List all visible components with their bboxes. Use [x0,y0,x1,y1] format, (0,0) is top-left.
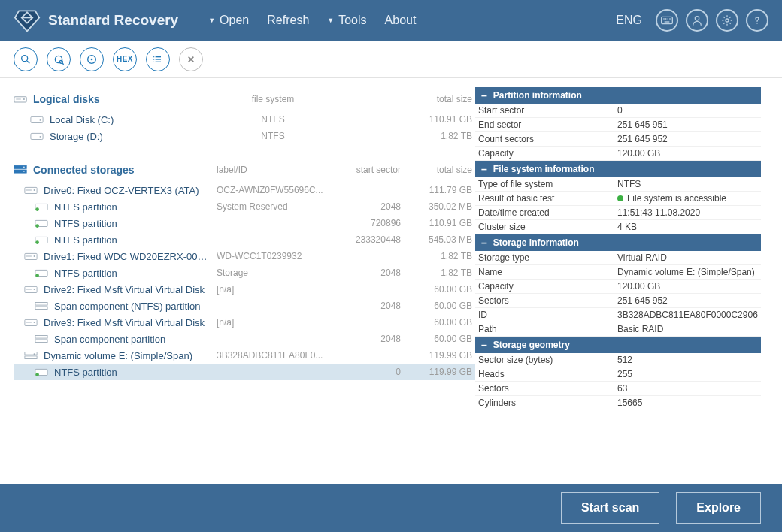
explore-button[interactable]: Explore [676,492,761,524]
question-icon [751,14,763,26]
info-row: Sector size (bytes) 512 [475,353,761,367]
info-value: 63 [617,383,758,394]
svg-point-9 [726,19,729,22]
keyboard-button[interactable] [656,9,678,32]
tool-close[interactable] [179,47,203,71]
svg-point-17 [91,58,93,60]
storage-row-name: Drive1: Fixed WDC WD20EZRX-00DC0... [44,251,213,262]
storage-row-name: Drive2: Fixed Msft Virtual Virtual Disk [44,284,205,295]
toolbar: HEX [0,41,782,78]
info-section-title: File system information [493,164,595,174]
info-row: Cluster size 4 KB [475,220,761,234]
storage-row[interactable]: NTFS partition 720896 110.91 GB [14,215,475,231]
svg-point-35 [23,167,25,168]
info-value: Basic RAID [617,324,758,334]
info-section-partition[interactable]: –Partition information [475,87,761,104]
keyboard-icon [661,14,673,26]
app-title: Standard Recovery [48,12,178,29]
info-section-filesystem[interactable]: –File system information [475,161,761,177]
svg-point-8 [695,17,699,20]
storage-row-name: NTFS partition [54,201,117,213]
info-value: 255 [617,369,758,379]
storage-row[interactable]: Span component (NTFS) partition 2048 60.… [14,298,475,314]
info-value: 11:51:43 11.08.2020 [617,207,758,218]
help-button[interactable] [746,9,768,32]
collapse-icon: – [481,164,487,174]
connected-storages-title: Connected storages [33,164,135,176]
logical-disks-section: Logical disks file system total size [14,87,475,111]
info-key: Capacity [478,281,617,292]
info-value: Virtual RAID [617,252,758,263]
info-key: Cluster size [478,222,617,232]
tool-hex[interactable]: HEX [113,47,137,71]
svg-marker-0 [15,11,39,31]
info-key: Storage type [478,252,617,263]
svg-point-38 [34,189,35,191]
svg-rect-60 [35,340,47,343]
info-row: Path Basic RAID [475,322,761,337]
info-key: Sectors [478,295,617,306]
user-button[interactable] [686,9,708,32]
info-section-storage[interactable]: –Storage information [475,234,761,251]
info-key: ID [478,310,617,320]
storage-tree: Logical disks file system total size Loc… [0,78,475,484]
info-row: Start sector 0 [475,104,761,118]
svg-rect-51 [25,286,37,292]
bottom-bar: Start scan Explore [0,484,782,532]
storage-row-name: Span component partition [54,334,165,345]
storage-row[interactable]: Dynamic volume E: (Simple/Span) 3B328ADB… [14,347,475,364]
menu-open[interactable]: ▼Open [208,14,249,27]
menu-about[interactable]: About [385,14,417,27]
main-area: Logical disks file system total size Loc… [0,78,782,484]
storage-row[interactable]: NTFS partition System Reserved 2048 350.… [14,198,475,215]
svg-point-13 [55,56,62,62]
storage-row[interactable]: Drive1: Fixed WDC WD20EZRX-00DC0... WD-W… [14,248,475,264]
info-key: Sector size (bytes) [478,355,617,365]
info-key: Name [478,267,617,277]
logical-disk-row[interactable]: Local Disk (C:) NTFS 110.91 GB [14,111,475,128]
storage-row[interactable]: NTFS partition 233320448 545.03 MB [14,231,475,248]
close-icon [185,53,197,65]
svg-line-15 [62,62,64,64]
storage-row-name: NTFS partition [54,234,117,246]
info-section-title: Storage information [493,237,579,248]
svg-point-22 [153,59,154,59]
info-value: File system is accessible [617,193,758,204]
settings-button[interactable] [716,9,738,32]
col-totalsize: total size [401,165,472,175]
menu-tools[interactable]: ▼Tools [327,14,366,27]
storage-row[interactable]: NTFS partition Storage 2048 1.82 TB [14,264,475,281]
svg-line-12 [27,61,29,63]
col-start-sector: start sector [329,165,401,175]
svg-point-45 [35,240,39,244]
storage-row-name: NTFS partition [54,367,117,378]
language-selector[interactable]: ENG [616,14,642,27]
storage-row[interactable]: Drive2: Fixed Msft Virtual Virtual Disk … [14,281,475,298]
svg-rect-46 [25,253,37,259]
svg-point-36 [23,171,25,172]
search-icon [20,53,32,65]
disc-icon [86,53,98,65]
storage-row[interactable]: Drive3: Fixed Msft Virtual Virtual Disk … [14,314,475,331]
menu-refresh[interactable]: Refresh [267,14,309,27]
svg-rect-62 [25,356,37,359]
storage-row[interactable]: Span component partition 2048 60.00 GB [14,331,475,347]
svg-point-10 [756,23,758,24]
status-dot-icon [617,195,623,201]
tool-scan[interactable] [47,47,71,71]
storage-row[interactable]: NTFS partition 0 119.99 GB [14,364,475,380]
info-row: Name Dynamic volume E: (Simple/Span) [475,265,761,280]
storage-row[interactable]: Drive0: Fixed OCZ-VERTEX3 (ATA) OCZ-AWNZ… [14,182,475,198]
gear-icon [721,14,733,26]
info-section-geometry[interactable]: –Storage geometry [475,337,761,353]
info-key: Heads [478,369,617,379]
start-scan-button[interactable]: Start scan [561,492,659,524]
logical-disk-row[interactable]: Storage (D:) NTFS 1.82 TB [14,128,475,144]
caret-down-icon: ▼ [327,17,334,24]
tool-search[interactable] [14,47,38,71]
info-key: Path [478,324,617,334]
target-icon [53,53,65,65]
tool-disk[interactable] [80,47,104,71]
tool-list[interactable] [146,47,170,71]
info-key: End sector [478,119,617,130]
